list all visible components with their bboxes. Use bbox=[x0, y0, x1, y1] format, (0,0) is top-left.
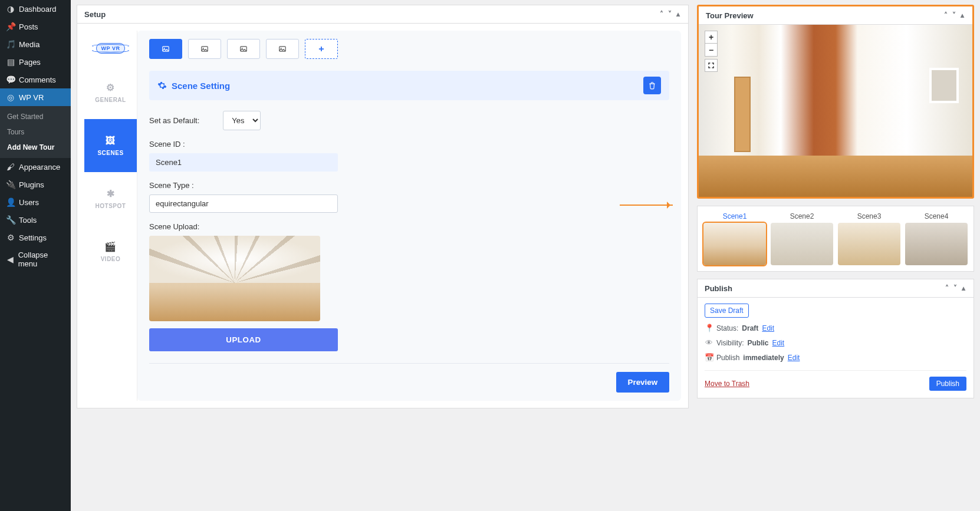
move-down-icon[interactable]: ˅ bbox=[952, 283, 958, 294]
sidebar-label: Collapse menu bbox=[18, 250, 66, 268]
toggle-icon[interactable]: ▴ bbox=[959, 10, 965, 21]
scene-thumb-3[interactable]: Scene3 bbox=[838, 212, 900, 265]
zoom-in-button[interactable]: + bbox=[705, 31, 718, 44]
scene-type-input[interactable] bbox=[149, 194, 338, 213]
tab-hotspot[interactable]: ✱ HOTSPOT bbox=[84, 172, 137, 225]
sidebar-item-media[interactable]: 🎵Media bbox=[0, 35, 71, 53]
submenu-get-started[interactable]: Get Started bbox=[0, 109, 71, 124]
preview-frame bbox=[929, 68, 959, 103]
sidebar-label: Tools bbox=[19, 216, 37, 225]
sidebar-label: Posts bbox=[19, 22, 38, 31]
image-icon bbox=[200, 45, 209, 53]
tour-preview-header: Tour Preview ˄ ˅ ▴ bbox=[699, 6, 972, 25]
submenu-add-new-tour[interactable]: Add New Tour bbox=[0, 140, 71, 155]
plugin-icon: 🔌 bbox=[5, 180, 17, 189]
wpvr-logo: WP VR bbox=[96, 43, 126, 54]
scene-tab-add[interactable] bbox=[305, 39, 338, 59]
tour-preview-viewer[interactable]: + − bbox=[699, 25, 972, 197]
zoom-out-button[interactable]: − bbox=[705, 44, 718, 57]
settings-icon: ⚙ bbox=[5, 233, 17, 242]
upload-button[interactable]: UPLOAD bbox=[149, 328, 338, 351]
sidebar-label: Media bbox=[19, 40, 40, 49]
sidebar-submenu: Get Started Tours Add New Tour bbox=[0, 106, 71, 158]
schedule-row: 📅 Publish immediately Edit bbox=[705, 353, 966, 362]
toggle-icon[interactable]: ▴ bbox=[961, 283, 966, 294]
sidebar-label: Users bbox=[19, 198, 39, 207]
preview-floor bbox=[699, 156, 972, 197]
edit-status-link[interactable]: Edit bbox=[762, 324, 774, 332]
calendar-icon: 📅 bbox=[705, 353, 713, 362]
wpvr-icon: ◎ bbox=[5, 93, 17, 102]
sidebar-item-pages[interactable]: ▤Pages bbox=[0, 53, 71, 71]
eye-icon: 👁 bbox=[705, 338, 713, 347]
scene-tab-row bbox=[149, 39, 669, 59]
sidebar-item-tools[interactable]: 🔧Tools bbox=[0, 211, 71, 229]
preview-door bbox=[734, 77, 751, 152]
sidebar-item-comments[interactable]: 💬Comments bbox=[0, 71, 71, 88]
move-up-icon[interactable]: ˄ bbox=[659, 9, 665, 19]
image-icon: 🖼 bbox=[106, 136, 116, 146]
pin-icon: 📍 bbox=[705, 324, 713, 332]
sidebar-label: Plugins bbox=[19, 180, 44, 189]
move-down-icon[interactable]: ˅ bbox=[667, 9, 673, 19]
thumb-image bbox=[771, 223, 833, 265]
sidebar-item-users[interactable]: 👤Users bbox=[0, 193, 71, 211]
scene-setting-bar: Scene Setting bbox=[149, 71, 669, 100]
move-up-icon[interactable]: ˄ bbox=[944, 283, 950, 294]
tab-label: HOTSPOT bbox=[96, 203, 126, 209]
setup-content: Scene Setting Set as Default: Yes Sc bbox=[137, 31, 681, 401]
scene-tab-1[interactable] bbox=[149, 39, 182, 59]
pin-icon: 📌 bbox=[5, 22, 17, 31]
edit-visibility-link[interactable]: Edit bbox=[772, 339, 784, 347]
delete-scene-button[interactable] bbox=[643, 77, 661, 94]
scene-thumb-1[interactable]: Scene1 bbox=[703, 212, 766, 265]
scene-upload-row: Scene Upload: UPLOAD bbox=[149, 222, 669, 351]
users-icon: 👤 bbox=[5, 197, 17, 207]
preview-button[interactable]: Preview bbox=[616, 372, 669, 393]
publish-button[interactable]: Publish bbox=[929, 377, 966, 391]
plus-icon bbox=[317, 45, 325, 53]
move-to-trash-link[interactable]: Move to Trash bbox=[705, 380, 749, 388]
comment-icon: 💬 bbox=[5, 75, 17, 84]
gear-icon bbox=[157, 81, 167, 90]
submenu-tours[interactable]: Tours bbox=[0, 124, 71, 140]
publish-value: immediately bbox=[743, 354, 784, 362]
scene-tab-3[interactable] bbox=[227, 39, 260, 59]
sidebar-label: Comments bbox=[19, 75, 56, 84]
tools-icon: 🔧 bbox=[5, 215, 17, 225]
status-value: Draft bbox=[742, 324, 758, 332]
scene-thumb-4[interactable]: Scene4 bbox=[905, 212, 968, 265]
sidebar-item-plugins[interactable]: 🔌Plugins bbox=[0, 176, 71, 193]
scene-tab-4[interactable] bbox=[266, 39, 299, 59]
sidebar-item-settings[interactable]: ⚙Settings bbox=[0, 229, 71, 246]
page-icon: ▤ bbox=[5, 57, 17, 67]
sidebar-item-appearance[interactable]: 🖌Appearance bbox=[0, 158, 71, 176]
scene-thumb-label: Scene3 bbox=[857, 212, 882, 220]
save-draft-button[interactable]: Save Draft bbox=[705, 304, 749, 318]
media-icon: 🎵 bbox=[5, 39, 17, 49]
set-default-select[interactable]: Yes bbox=[223, 111, 261, 130]
toggle-icon[interactable]: ▴ bbox=[675, 9, 681, 19]
move-up-icon[interactable]: ˄ bbox=[943, 10, 949, 21]
thumb-image bbox=[703, 223, 766, 265]
scene-tab-2[interactable] bbox=[188, 39, 221, 59]
scene-upload-preview bbox=[149, 236, 320, 321]
scene-thumb-2[interactable]: Scene2 bbox=[771, 212, 833, 265]
visibility-value: Public bbox=[747, 339, 768, 347]
fullscreen-button[interactable] bbox=[705, 59, 718, 72]
sidebar-item-posts[interactable]: 📌Posts bbox=[0, 18, 71, 35]
scene-id-input[interactable] bbox=[149, 153, 338, 172]
tab-general[interactable]: ⚙ GENERAL bbox=[84, 66, 137, 119]
tab-label: SCENES bbox=[97, 150, 123, 156]
move-down-icon[interactable]: ˅ bbox=[951, 10, 957, 21]
tour-preview-postbox: Tour Preview ˄ ˅ ▴ + − bbox=[697, 5, 974, 199]
main-content: Setup ˄ ˅ ▴ WP VR ⚙ GENERAL bbox=[71, 0, 980, 413]
tab-video[interactable]: 🎬 VIDEO bbox=[84, 225, 137, 278]
sidebar-item-wpvr[interactable]: ◎WP VR bbox=[0, 88, 71, 106]
tab-scenes[interactable]: 🖼 SCENES bbox=[84, 119, 137, 172]
sidebar-item-dashboard[interactable]: ◑Dashboard bbox=[0, 0, 71, 18]
sidebar-item-collapse[interactable]: ◀Collapse menu bbox=[0, 246, 71, 272]
image-icon bbox=[239, 45, 248, 53]
setup-postbox: Setup ˄ ˅ ▴ WP VR ⚙ GENERAL bbox=[77, 5, 689, 408]
edit-schedule-link[interactable]: Edit bbox=[788, 354, 800, 362]
